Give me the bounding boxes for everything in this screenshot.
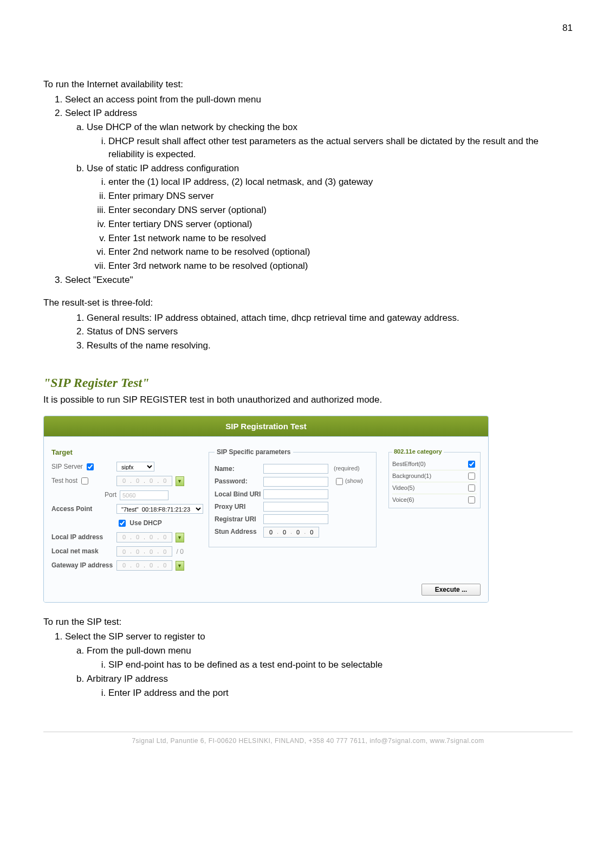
ip-octet[interactable] (159, 548, 171, 555)
result-text: General results: IP address obtained, at… (87, 313, 459, 323)
local-ip-input[interactable]: . . . (116, 532, 172, 542)
local-net-mask-input[interactable]: . . . (116, 546, 172, 557)
step-text: Enter 1st network name to be resolved (108, 233, 266, 243)
ip-octet[interactable] (292, 529, 304, 535)
ip-octet[interactable] (159, 534, 171, 540)
list-item: Select the SIP server to register to Fro… (65, 630, 573, 699)
target-title: Target (51, 448, 209, 457)
password-input[interactable] (263, 477, 328, 487)
category-row: Background(1) (392, 470, 477, 482)
step-text: Enter secondary DNS server (optional) (108, 205, 267, 215)
category-column: 802.11e category BestEffort(0) Backgroun… (388, 448, 481, 573)
test-host-ip-input[interactable]: . . . (116, 476, 172, 486)
internet-steps-list: Select an access point from the pull-dow… (43, 93, 573, 287)
result-text: Status of DNS servers (87, 326, 178, 337)
name-input[interactable] (263, 464, 328, 474)
category-label: Voice(6) (392, 496, 414, 504)
sip-params-column: SIP Specific parameters Name: (required)… (209, 448, 377, 573)
ip-octet[interactable] (265, 529, 277, 535)
step-text: Select the SIP server to register to (65, 631, 205, 642)
category-checkbox-voice[interactable] (468, 496, 475, 503)
ip-octet[interactable] (132, 477, 144, 484)
result-list: General results: IP address obtained, at… (43, 312, 573, 352)
local-net-mask-label: Local net mask (51, 547, 116, 556)
ip-octet[interactable] (159, 477, 171, 484)
category-fieldset: 802.11e category BestEffort(0) Backgroun… (388, 448, 481, 508)
ip-octet[interactable] (145, 534, 157, 540)
sip-steps-list: Select the SIP server to register to Fro… (43, 630, 573, 699)
sip-server-label: SIP Server (51, 462, 116, 472)
step-text: Enter 3rd network name to be resolved (o… (108, 261, 308, 271)
list-item: Enter 1st network name to be resolved (108, 232, 573, 245)
test-host-checkbox[interactable] (81, 477, 88, 484)
gateway-ip-label: Gateway IP address (51, 561, 116, 570)
category-checkbox-background[interactable] (468, 473, 475, 480)
category-checkbox-besteffort[interactable] (468, 461, 475, 468)
list-item: General results: IP address obtained, at… (87, 312, 573, 325)
ip-octet[interactable] (278, 529, 290, 535)
step-text: SIP end-point has to be defined as a tes… (108, 660, 382, 670)
page-footer: 7signal Ltd, Panuntie 6, FI-00620 HELSIN… (43, 732, 573, 746)
show-password-label: (show) (345, 478, 363, 484)
access-point-select[interactable]: "7test"_00:18:F8:71:21:23 (116, 504, 203, 514)
dropdown-arrow-icon[interactable]: ▼ (176, 476, 184, 486)
list-item: Results of the name resolving. (87, 339, 573, 352)
ip-octet[interactable] (159, 562, 171, 568)
ip-octet[interactable] (132, 534, 144, 540)
step-text: Enter 2nd network name to be resolved (o… (108, 247, 310, 257)
proxy-uri-label: Proxy URI (215, 502, 263, 512)
category-row: Video(5) (392, 482, 477, 494)
ip-octet[interactable] (118, 562, 130, 568)
list-item: Enter IP address and the port (108, 687, 573, 700)
sip-registration-test-panel: SIP Registration Test Target SIP Server … (43, 416, 489, 602)
list-item: From the pull-down menu SIP end-point ha… (87, 644, 573, 671)
category-row: BestEffort(0) (392, 458, 477, 470)
result-intro: The result-set is three-fold: (43, 296, 573, 309)
sip-params-fieldset: SIP Specific parameters Name: (required)… (209, 448, 377, 547)
step-text: Select "Execute" (65, 275, 133, 285)
port-input[interactable] (120, 490, 168, 500)
ip-octet[interactable] (118, 548, 130, 555)
list-item: Use of static IP address configuration e… (87, 162, 573, 273)
registrar-uri-label: Registrar URI (215, 515, 263, 524)
port-label: Port (51, 490, 120, 500)
ip-octet[interactable] (145, 477, 157, 484)
list-item: Enter primary DNS server (108, 190, 573, 203)
category-legend: 802.11e category (392, 448, 444, 456)
dropdown-arrow-icon[interactable]: ▼ (176, 561, 184, 571)
target-column: Target SIP Server sipfx Test host (51, 448, 209, 573)
password-label: Password: (215, 477, 263, 486)
list-item: Status of DNS servers (87, 325, 573, 338)
step-text: enter the (1) local IP address, (2) loca… (108, 177, 373, 187)
ip-octet[interactable] (118, 477, 130, 484)
result-text: Results of the name resolving. (87, 340, 211, 351)
sip-params-legend: SIP Specific parameters (215, 448, 293, 457)
local-bind-uri-input[interactable] (263, 489, 328, 499)
ip-octet[interactable] (132, 548, 144, 555)
category-checkbox-video[interactable] (468, 484, 475, 492)
use-dhcp-checkbox[interactable] (119, 520, 126, 527)
execute-button[interactable]: Execute ... (422, 584, 481, 596)
sip-server-checkbox[interactable] (87, 463, 94, 470)
dropdown-arrow-icon[interactable]: ▼ (176, 533, 184, 542)
ip-octet[interactable] (145, 562, 157, 568)
ip-octet[interactable] (306, 529, 317, 535)
stun-address-label: Stun Address (215, 527, 263, 537)
sip-run-intro: To run the SIP test: (43, 616, 573, 629)
step-text: Enter IP address and the port (108, 688, 229, 698)
sip-server-select[interactable]: sipfx (116, 462, 154, 471)
list-item: Select an access point from the pull-dow… (65, 93, 573, 106)
gateway-ip-input[interactable]: . . . (116, 560, 172, 571)
step-text: Enter primary DNS server (108, 191, 214, 201)
show-password-checkbox[interactable] (336, 478, 343, 485)
proxy-uri-input[interactable] (263, 502, 328, 512)
ip-octet[interactable] (145, 548, 157, 555)
ip-octet[interactable] (118, 534, 130, 540)
stun-address-input[interactable]: . . . (263, 527, 319, 537)
step-text: Use of static IP address configuration (87, 163, 239, 173)
ip-octet[interactable] (132, 562, 144, 568)
use-dhcp-label: Use DHCP (129, 519, 161, 527)
registrar-uri-input[interactable] (263, 514, 328, 524)
local-ip-label: Local IP address (51, 533, 116, 542)
step-text: Arbitrary IP address (87, 674, 168, 684)
